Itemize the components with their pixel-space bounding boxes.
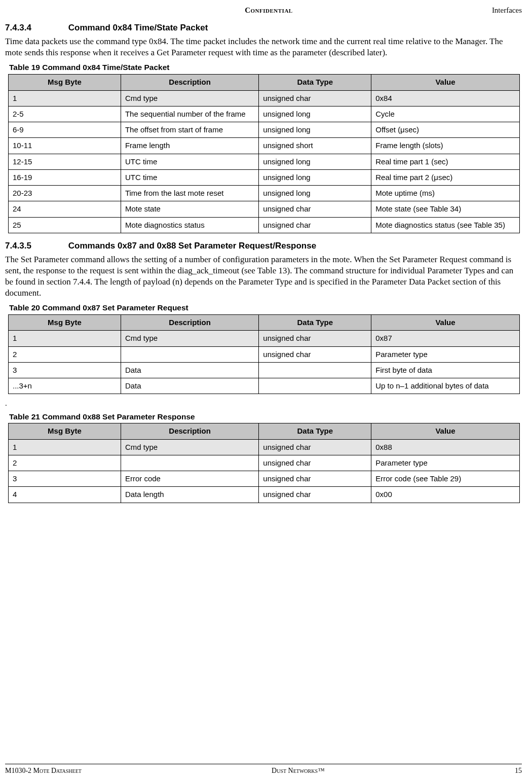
table-19: Msg Byte Description Data Type Value 1Cm… xyxy=(8,74,520,233)
table-cell: Frame length (slots) xyxy=(371,138,520,154)
table-cell: 1 xyxy=(9,331,121,346)
col-header: Value xyxy=(371,423,520,439)
section-heading-7-4-3-4: 7.4.3.4 Command 0x84 Time/State Packet xyxy=(5,22,522,34)
table-cell: Cmd type xyxy=(121,331,258,346)
table-21-caption: Table 21 Command 0x88 Set Parameter Resp… xyxy=(9,412,522,422)
table-cell: Mote state xyxy=(121,201,258,217)
table-cell: unsigned long xyxy=(259,122,371,138)
table-row: 3Error codeunsigned charError code (see … xyxy=(9,471,520,487)
table-cell: 2-5 xyxy=(9,106,121,122)
table-cell xyxy=(259,378,371,394)
col-header: Data Type xyxy=(259,75,371,90)
table-19-caption: Table 19 Command 0x84 Time/State Packet xyxy=(9,62,522,73)
table-cell: 12-15 xyxy=(9,154,121,169)
table-cell: 10-11 xyxy=(9,138,121,154)
section-paragraph: Time data packets use the command type 0… xyxy=(5,36,522,58)
table-cell: Real time part 2 (μsec) xyxy=(371,169,520,185)
table-row: ...3+nDataUp to n–1 additional bytes of … xyxy=(9,378,520,394)
section-title: Commands 0x87 and 0x88 Set Parameter Req… xyxy=(68,241,316,251)
table-cell xyxy=(121,455,258,471)
table-cell: unsigned char xyxy=(259,487,371,503)
table-cell: unsigned char xyxy=(259,346,371,362)
table-row: 1Cmd typeunsigned char0x87 xyxy=(9,331,520,346)
table-row: 2unsigned charParameter type xyxy=(9,346,520,362)
table-cell: ...3+n xyxy=(9,378,121,394)
section-heading-7-4-3-5: 7.4.3.5 Commands 0x87 and 0x88 Set Param… xyxy=(5,240,522,252)
table-cell: unsigned long xyxy=(259,186,371,201)
table-cell: Error code (see Table 29) xyxy=(371,471,520,487)
col-header: Data Type xyxy=(259,315,371,331)
table-cell: unsigned char xyxy=(259,90,371,106)
table-cell: Parameter type xyxy=(371,455,520,471)
table-cell xyxy=(259,362,371,378)
table-cell: UTC time xyxy=(121,169,258,185)
table-cell: unsigned short xyxy=(259,138,371,154)
table-cell: 6-9 xyxy=(9,122,121,138)
col-header: Value xyxy=(371,75,520,90)
header-center: Confidential xyxy=(46,5,492,15)
table-cell: unsigned long xyxy=(259,154,371,169)
table-row: 10-11Frame lengthunsigned shortFrame len… xyxy=(9,138,520,154)
period-separator: . xyxy=(5,398,522,408)
table-cell: Error code xyxy=(121,471,258,487)
table-20-body: 1Cmd typeunsigned char0x872unsigned char… xyxy=(9,331,520,394)
table-19-body: 1Cmd typeunsigned char0x842-5The sequent… xyxy=(9,90,520,233)
table-cell: unsigned char xyxy=(259,471,371,487)
table-row: 6-9The offset from start of frameunsigne… xyxy=(9,122,520,138)
table-21-body: 1Cmd typeunsigned char0x882unsigned char… xyxy=(9,439,520,503)
table-cell: 3 xyxy=(9,471,121,487)
table-cell: 0x00 xyxy=(371,487,520,503)
table-cell xyxy=(121,346,258,362)
table-cell: The sequential number of the frame xyxy=(121,106,258,122)
table-header-row: Msg Byte Description Data Type Value xyxy=(9,315,520,331)
table-cell: 1 xyxy=(9,439,121,455)
table-row: 2unsigned charParameter type xyxy=(9,455,520,471)
col-header: Msg Byte xyxy=(9,423,121,439)
table-cell: 1 xyxy=(9,90,121,106)
table-row: 24Mote stateunsigned charMote state (see… xyxy=(9,201,520,217)
table-cell: Real time part 1 (sec) xyxy=(371,154,520,169)
col-header: Description xyxy=(121,75,258,90)
table-cell: unsigned long xyxy=(259,169,371,185)
table-row: 25Mote diagnostics statusunsigned charMo… xyxy=(9,217,520,233)
table-21: Msg Byte Description Data Type Value 1Cm… xyxy=(8,423,520,503)
header-right: Interfaces xyxy=(492,5,522,15)
table-20-caption: Table 20 Command 0x87 Set Parameter Requ… xyxy=(9,303,522,313)
section-title: Command 0x84 Time/State Packet xyxy=(68,23,208,32)
table-cell: Data length xyxy=(121,487,258,503)
table-cell: 0x84 xyxy=(371,90,520,106)
table-cell: Data xyxy=(121,378,258,394)
table-row: 1Cmd typeunsigned char0x84 xyxy=(9,90,520,106)
table-cell: First byte of data xyxy=(371,362,520,378)
table-cell: 0x87 xyxy=(371,331,520,346)
table-header-row: Msg Byte Description Data Type Value xyxy=(9,423,520,439)
table-cell: Offset (μsec) xyxy=(371,122,520,138)
table-row: 20-23Time from the last mote resetunsign… xyxy=(9,186,520,201)
table-cell: Mote state (see Table 34) xyxy=(371,201,520,217)
table-cell: Cycle xyxy=(371,106,520,122)
table-cell: Mote uptime (ms) xyxy=(371,186,520,201)
table-cell: unsigned char xyxy=(259,217,371,233)
table-row: 16-19UTC timeunsigned longReal time part… xyxy=(9,169,520,185)
table-header-row: Msg Byte Description Data Type Value xyxy=(9,75,520,90)
table-cell: 25 xyxy=(9,217,121,233)
table-row: 2-5The sequential number of the frameuns… xyxy=(9,106,520,122)
col-header: Description xyxy=(121,423,258,439)
table-cell: Cmd type xyxy=(121,439,258,455)
col-header: Value xyxy=(371,315,520,331)
table-cell: Frame length xyxy=(121,138,258,154)
table-cell: unsigned char xyxy=(259,331,371,346)
table-cell: 4 xyxy=(9,487,121,503)
table-cell: 3 xyxy=(9,362,121,378)
table-cell: 20-23 xyxy=(9,186,121,201)
table-cell: 16-19 xyxy=(9,169,121,185)
table-cell: 0x88 xyxy=(371,439,520,455)
table-cell: Mote diagnostics status xyxy=(121,217,258,233)
col-header: Msg Byte xyxy=(9,315,121,331)
table-row: 3DataFirst byte of data xyxy=(9,362,520,378)
col-header: Data Type xyxy=(259,423,371,439)
table-cell: Parameter type xyxy=(371,346,520,362)
section-number: 7.4.3.5 xyxy=(5,240,66,252)
section-paragraph: The Set Parameter command allows the set… xyxy=(5,254,522,299)
table-cell: 2 xyxy=(9,346,121,362)
